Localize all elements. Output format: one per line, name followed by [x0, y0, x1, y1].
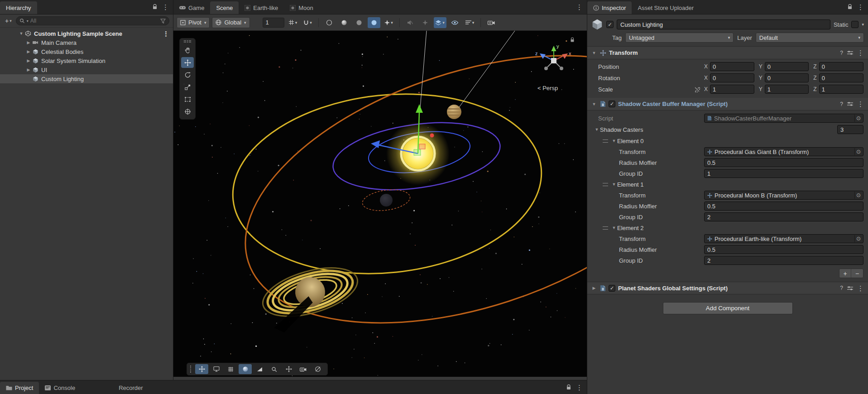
gizmo-lock-icon[interactable] — [571, 38, 574, 42]
view-mode-label[interactable]: < Persp — [537, 85, 558, 91]
hierarchy-search-input[interactable] — [30, 18, 158, 24]
rotation-x-field[interactable] — [710, 73, 754, 82]
scale-tool-button[interactable] — [181, 82, 194, 92]
add-component-button[interactable]: Add Component — [663, 302, 793, 314]
hierarchy-menu-kebab-icon[interactable]: ⋮ — [162, 4, 169, 10]
radius-moffier-field[interactable] — [704, 245, 863, 254]
foldout-closed-icon[interactable]: ▶ — [591, 286, 597, 290]
add-element-button[interactable]: + — [839, 269, 851, 278]
foldout-open-icon[interactable]: ▼ — [611, 182, 617, 187]
grid-visibility-dropdown[interactable]: ▾ — [287, 17, 299, 28]
object-picker-icon[interactable]: ⊙ — [854, 115, 862, 122]
object-picker-icon[interactable]: ⊙ — [854, 148, 862, 155]
moon-object[interactable] — [380, 194, 393, 207]
group-id-field[interactable] — [704, 256, 863, 265]
layer-dropdown[interactable]: Default ▾ — [756, 33, 864, 43]
scale-x-field[interactable] — [710, 85, 754, 94]
ringed-planet-object[interactable] — [258, 259, 366, 336]
radius-moffier-field[interactable] — [704, 202, 863, 211]
paint-overlay-button[interactable] — [253, 364, 266, 374]
array-size-field[interactable] — [837, 125, 863, 134]
lock-icon[interactable] — [566, 384, 571, 390]
audio-mute-button[interactable] — [404, 17, 417, 28]
object-picker-icon[interactable]: ⊙ — [854, 235, 862, 242]
transform-object-field[interactable]: Procedural Moon B (Transform) ⊙ — [704, 191, 863, 200]
shadow-caster-component-header[interactable]: ▼ ✓ Shadow Caster Buffer Manager (Script… — [587, 98, 868, 111]
snap-settings-dropdown[interactable]: ▾ — [302, 17, 314, 28]
active-checkbox[interactable]: ✓ — [606, 21, 614, 28]
shading-overlay-button[interactable] — [239, 364, 252, 374]
tab-console[interactable]: Console — [39, 382, 81, 394]
effects-dropdown[interactable]: ▾ — [383, 17, 395, 28]
lighting-toggle-button[interactable] — [338, 17, 350, 28]
audio-toggle-button[interactable] — [353, 17, 365, 28]
overlay-drag-handle[interactable] — [190, 365, 192, 373]
group-id-field[interactable] — [704, 169, 863, 178]
planet-settings-component-header[interactable]: ▶ ✓ Planet Shaders Global Settings (Scri… — [587, 282, 868, 294]
gameobject-cube-icon[interactable] — [591, 19, 603, 30]
transform-tool-button[interactable] — [181, 106, 194, 117]
constrain-proportions-icon[interactable] — [694, 86, 700, 92]
transform-object-field[interactable]: Procedural Earth-like (Transform) ⊙ — [704, 234, 863, 243]
scene-options-kebab-icon[interactable]: ⋮ — [163, 30, 169, 37]
help-icon[interactable]: ? — [840, 101, 843, 107]
scale-y-field[interactable] — [765, 85, 809, 94]
position-x-field[interactable] — [710, 62, 754, 71]
hierarchy-item-celestial-bodies[interactable]: ▶ Celestial Bodies — [0, 47, 173, 56]
preset-icon[interactable] — [847, 286, 853, 291]
position-z-field[interactable] — [819, 62, 863, 71]
foldout-open-icon[interactable]: ▼ — [594, 127, 600, 132]
foldout-open-icon[interactable]: ▼ — [591, 51, 597, 55]
grid-overlay-button[interactable] — [224, 364, 237, 374]
search-overlay-button[interactable] — [268, 364, 281, 374]
drag-handle-icon[interactable] — [603, 139, 608, 143]
preset-icon[interactable] — [847, 50, 853, 55]
help-icon[interactable]: ? — [840, 50, 843, 56]
foldout-open-icon[interactable]: ▼ — [18, 31, 24, 36]
foldout-open-icon[interactable]: ▼ — [611, 226, 617, 230]
hand-tool-button[interactable] — [181, 45, 194, 56]
component-menu-kebab-icon[interactable]: ⋮ — [857, 285, 864, 292]
hierarchy-search-box[interactable]: ▾ — [16, 16, 169, 25]
position-y-field[interactable] — [765, 62, 809, 71]
component-sort-dropdown[interactable]: ▾ — [464, 17, 476, 28]
drag-handle-icon[interactable] — [603, 226, 608, 230]
remove-element-button[interactable]: − — [851, 269, 863, 278]
foldout-closed-icon[interactable]: ▶ — [25, 67, 32, 72]
foldout-closed-icon[interactable]: ▶ — [25, 58, 32, 63]
component-enabled-checkbox[interactable]: ✓ — [609, 285, 615, 292]
effects-toggle-button[interactable] — [368, 17, 380, 28]
search-options-icon[interactable] — [160, 19, 166, 24]
create-object-button[interactable]: + ▾ — [4, 17, 13, 24]
scene-header-row[interactable]: ▼ Custom Lighting Sample Scene ⋮ — [0, 29, 173, 38]
hierarchy-item-solar-system-simulation[interactable]: ▶ Solar System Simulation — [0, 56, 173, 65]
tab-recorder[interactable]: Recorder — [113, 382, 149, 394]
tools-overlay-button[interactable] — [195, 364, 208, 374]
tab-project[interactable]: Project — [0, 382, 39, 394]
grid-size-field[interactable] — [263, 18, 284, 28]
group-id-field[interactable] — [704, 212, 863, 221]
particles-toggle-button[interactable] — [419, 17, 432, 28]
hierarchy-item-main-camera[interactable]: ▶ Main Camera — [0, 38, 173, 47]
rotation-y-field[interactable] — [765, 73, 809, 82]
tab-game[interactable]: Game — [173, 1, 210, 14]
element-2-header[interactable]: ▼ Element 2 — [587, 223, 868, 233]
rotation-z-field[interactable] — [819, 73, 863, 82]
foldout-closed-icon[interactable]: ▶ — [25, 49, 32, 54]
hierarchy-item-custom-lighting[interactable]: Custom Lighting — [0, 74, 173, 83]
orientation-dropdown[interactable]: Global ▾ — [212, 17, 249, 28]
gizmo-visibility-overlay-button[interactable] — [311, 364, 324, 374]
foldout-open-icon[interactable]: ▼ — [591, 102, 597, 106]
scene-visibility-dropdown[interactable]: ▾ — [434, 17, 446, 28]
tab-moon[interactable]: Moon — [284, 1, 319, 14]
transform-object-field[interactable]: Procedural Gas Giant B (Transform) ⊙ — [704, 147, 863, 156]
help-icon[interactable]: ? — [840, 285, 843, 291]
drag-handle-icon[interactable] — [603, 183, 608, 186]
pivot-dropdown[interactable]: Pivot ▾ — [177, 17, 210, 28]
component-menu-kebab-icon[interactable]: ⋮ — [857, 101, 864, 107]
tab-asset-store-uploader[interactable]: Asset Store Uploader — [632, 1, 700, 14]
shadow-casters-foldout-row[interactable]: ▼ Shadow Casters — [587, 125, 868, 135]
overlay-drag-handle[interactable] — [184, 40, 191, 43]
view-options-overlay-button[interactable] — [210, 364, 223, 374]
scene-viewport[interactable]: y x z < Persp — [173, 31, 587, 377]
